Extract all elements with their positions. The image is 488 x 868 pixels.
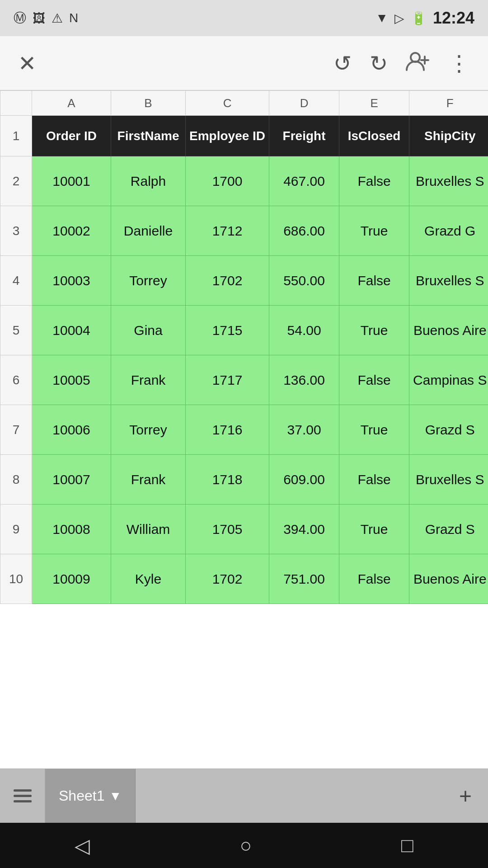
- cell-shipcity-6[interactable]: Campinas S: [409, 355, 488, 405]
- cell-empid-8[interactable]: 1718: [186, 455, 269, 505]
- cell-empid-9[interactable]: 1705: [186, 505, 269, 554]
- cell-empid-6[interactable]: 1717: [186, 355, 269, 405]
- header-shipcity[interactable]: ShipCity: [409, 116, 488, 156]
- motorola-icon: Ⓜ: [14, 9, 26, 27]
- cell-firstname-6[interactable]: Frank: [111, 355, 186, 405]
- cell-firstname-5[interactable]: Gina: [111, 306, 186, 355]
- back-button[interactable]: ◁: [75, 834, 90, 857]
- cell-firstname-10[interactable]: Kyle: [111, 554, 186, 604]
- cell-shipcity-7[interactable]: Grazd S: [409, 405, 488, 455]
- cell-isclosed-6[interactable]: False: [339, 355, 409, 405]
- cell-freight-10[interactable]: 751.00: [269, 554, 339, 604]
- cell-isclosed-3[interactable]: True: [339, 206, 409, 256]
- col-header-b[interactable]: B: [111, 91, 186, 116]
- undo-button[interactable]: ↺: [333, 51, 352, 76]
- col-header-a[interactable]: A: [32, 91, 111, 116]
- sheet-tab-bar: Sheet1 ▼ +: [0, 769, 488, 823]
- row-num-6: 6: [0, 355, 32, 405]
- cell-order-id-10[interactable]: 10009: [32, 554, 111, 604]
- hamburger-icon: [14, 789, 32, 802]
- cell-isclosed-4[interactable]: False: [339, 256, 409, 306]
- table-row: 3 10002 Danielle 1712 686.00 True Grazd …: [0, 206, 488, 256]
- cell-empid-3[interactable]: 1712: [186, 206, 269, 256]
- row-num-3: 3: [0, 206, 32, 256]
- home-icon: ○: [239, 834, 252, 857]
- table-row: 10 10009 Kyle 1702 751.00 False Buenos A…: [0, 554, 488, 604]
- table-row: 7 10006 Torrey 1716 37.00 True Grazd S: [0, 405, 488, 455]
- row-num-5: 5: [0, 306, 32, 355]
- cell-freight-6[interactable]: 136.00: [269, 355, 339, 405]
- col-header-f[interactable]: F: [409, 91, 488, 116]
- cell-order-id-3[interactable]: 10002: [32, 206, 111, 256]
- cell-shipcity-5[interactable]: Buenos Aire: [409, 306, 488, 355]
- cell-order-id-7[interactable]: 10006: [32, 405, 111, 455]
- header-isclosed[interactable]: IsClosed: [339, 116, 409, 156]
- col-header-e[interactable]: E: [339, 91, 409, 116]
- cell-freight-7[interactable]: 37.00: [269, 405, 339, 455]
- cell-firstname-7[interactable]: Torrey: [111, 405, 186, 455]
- cell-isclosed-5[interactable]: True: [339, 306, 409, 355]
- cell-empid-2[interactable]: 1700: [186, 156, 269, 206]
- cell-empid-7[interactable]: 1716: [186, 405, 269, 455]
- close-button[interactable]: ✕: [18, 51, 36, 76]
- sheet-menu-button[interactable]: [0, 769, 45, 823]
- recent-button[interactable]: □: [401, 834, 413, 857]
- cell-shipcity-2[interactable]: Bruxelles S: [409, 156, 488, 206]
- battery-icon: 🔋: [411, 11, 427, 26]
- status-bar: Ⓜ 🖼 ⚠ N ▼ ▷ 🔋 12:24: [0, 0, 488, 36]
- recent-icon: □: [401, 834, 413, 857]
- cell-empid-5[interactable]: 1715: [186, 306, 269, 355]
- cell-freight-9[interactable]: 394.00: [269, 505, 339, 554]
- cell-order-id-2[interactable]: 10001: [32, 156, 111, 206]
- table-row: 8 10007 Frank 1718 609.00 False Bruxelle…: [0, 455, 488, 505]
- home-button[interactable]: ○: [239, 834, 252, 857]
- cell-isclosed-8[interactable]: False: [339, 455, 409, 505]
- table-row: 2 10001 Ralph 1700 467.00 False Bruxelle…: [0, 156, 488, 206]
- cell-shipcity-4[interactable]: Bruxelles S: [409, 256, 488, 306]
- header-employee-id[interactable]: Employee ID: [186, 116, 269, 156]
- cell-empid-4[interactable]: 1702: [186, 256, 269, 306]
- header-freight[interactable]: Freight: [269, 116, 339, 156]
- cell-freight-2[interactable]: 467.00: [269, 156, 339, 206]
- table-row: 5 10004 Gina 1715 54.00 True Buenos Aire: [0, 306, 488, 355]
- cell-order-id-8[interactable]: 10007: [32, 455, 111, 505]
- redo-button[interactable]: ↻: [370, 51, 388, 76]
- more-options-button[interactable]: ⋮: [448, 51, 470, 76]
- redo-icon: ↻: [370, 51, 388, 76]
- status-time: 12:24: [433, 9, 474, 28]
- cell-firstname-2[interactable]: Ralph: [111, 156, 186, 206]
- col-header-d[interactable]: D: [269, 91, 339, 116]
- cell-firstname-8[interactable]: Frank: [111, 455, 186, 505]
- cell-firstname-9[interactable]: William: [111, 505, 186, 554]
- cell-isclosed-7[interactable]: True: [339, 405, 409, 455]
- spreadsheet-container: A B C D E F 1 Order ID FirstName Employe…: [0, 90, 488, 769]
- cell-order-id-4[interactable]: 10003: [32, 256, 111, 306]
- cell-freight-3[interactable]: 686.00: [269, 206, 339, 256]
- status-icons-left: Ⓜ 🖼 ⚠ N: [14, 9, 78, 27]
- sheet-tab-sheet1[interactable]: Sheet1 ▼: [45, 769, 136, 823]
- cell-shipcity-9[interactable]: Grazd S: [409, 505, 488, 554]
- row-num-9: 9: [0, 505, 32, 554]
- cell-isclosed-9[interactable]: True: [339, 505, 409, 554]
- spreadsheet: A B C D E F 1 Order ID FirstName Employe…: [0, 90, 488, 604]
- cell-freight-8[interactable]: 609.00: [269, 455, 339, 505]
- cell-freight-4[interactable]: 550.00: [269, 256, 339, 306]
- add-person-button[interactable]: [406, 50, 430, 76]
- cell-shipcity-3[interactable]: Grazd G: [409, 206, 488, 256]
- cell-firstname-4[interactable]: Torrey: [111, 256, 186, 306]
- cell-order-id-9[interactable]: 10008: [32, 505, 111, 554]
- cell-empid-10[interactable]: 1702: [186, 554, 269, 604]
- cell-shipcity-8[interactable]: Bruxelles S: [409, 455, 488, 505]
- cell-isclosed-2[interactable]: False: [339, 156, 409, 206]
- cell-order-id-6[interactable]: 10005: [32, 355, 111, 405]
- col-header-c[interactable]: C: [186, 91, 269, 116]
- cell-order-id-5[interactable]: 10004: [32, 306, 111, 355]
- header-firstname[interactable]: FirstName: [111, 116, 186, 156]
- add-sheet-button[interactable]: +: [443, 769, 488, 823]
- cell-isclosed-10[interactable]: False: [339, 554, 409, 604]
- cell-shipcity-10[interactable]: Buenos Aire: [409, 554, 488, 604]
- status-icons-right: ▼ ▷ 🔋 12:24: [375, 9, 474, 28]
- cell-firstname-3[interactable]: Danielle: [111, 206, 186, 256]
- cell-freight-5[interactable]: 54.00: [269, 306, 339, 355]
- header-order-id[interactable]: Order ID: [32, 116, 111, 156]
